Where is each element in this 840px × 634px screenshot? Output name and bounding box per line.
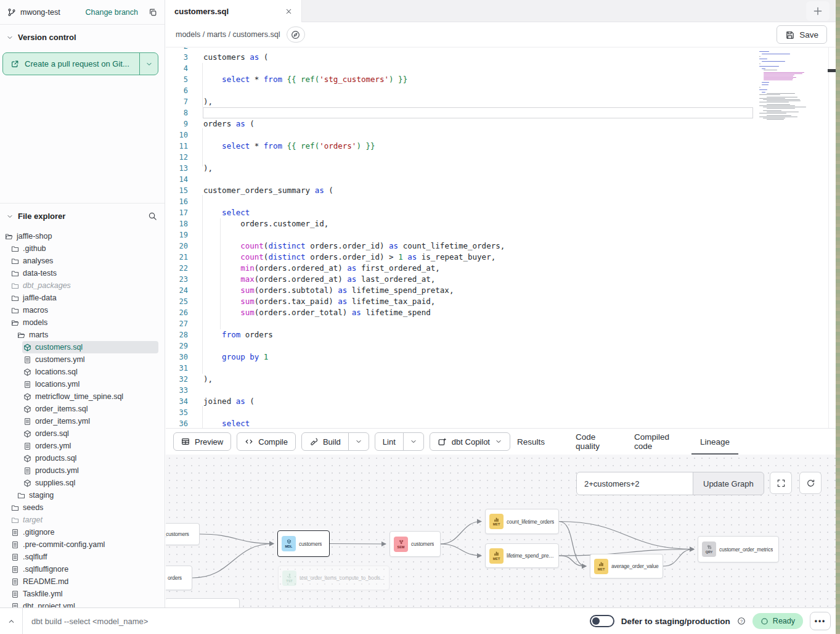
- tree-item-customers.sql[interactable]: customers.sql: [0, 341, 165, 353]
- code-editor[interactable]: 23customers as (45 select * from {{ ref(…: [166, 47, 836, 428]
- file-explorer-header[interactable]: File explorer: [0, 204, 165, 226]
- status-badge[interactable]: Ready: [752, 613, 803, 629]
- tree-item-.github[interactable]: .github: [0, 242, 165, 255]
- code-line: count(distinct orders.order_id) > 1 as i…: [203, 252, 495, 263]
- dbt-command-input[interactable]: [23, 617, 590, 626]
- ready-label: Ready: [773, 617, 795, 625]
- build-dropdown[interactable]: [348, 432, 369, 451]
- file-explorer-title: File explorer: [18, 212, 65, 221]
- dbt-copilot-button[interactable]: dbt Copilot: [430, 432, 510, 451]
- refresh-button[interactable]: [799, 472, 822, 494]
- lineage-node-count_lifetime_orders[interactable]: METcount_lifetime_orders: [485, 509, 559, 534]
- copy-icon[interactable]: [149, 8, 157, 17]
- tree-item-orders.sql[interactable]: orders.sql: [0, 427, 165, 440]
- tree-item-README.md[interactable]: README.md: [0, 575, 165, 588]
- lint-dropdown[interactable]: [403, 432, 424, 451]
- file-icon: [11, 541, 19, 549]
- tree-item-target[interactable]: target: [0, 514, 165, 526]
- tree-item-label: products.sql: [35, 452, 76, 464]
- tree-item-order_items.yml[interactable]: order_items.yml: [0, 415, 165, 427]
- lineage-node-label: customers: [299, 541, 322, 547]
- preview-button[interactable]: Preview: [173, 432, 231, 451]
- minimap[interactable]: [759, 50, 821, 121]
- tree-item-analyses[interactable]: analyses: [0, 255, 165, 267]
- qry-badge-icon: QRY: [702, 541, 716, 557]
- tab-customers-sql[interactable]: customers.sql: [166, 0, 302, 22]
- tree-item-label: data-tests: [23, 267, 57, 279]
- dbt-ide-app: mwong-test Change branch Version control…: [0, 0, 840, 634]
- lint-button[interactable]: Lint: [375, 432, 404, 451]
- tree-item-products.sql[interactable]: products.sql: [0, 452, 165, 464]
- status-bar-right: Defer to staging/production ? Ready •••: [590, 612, 836, 630]
- tree-item-locations.yml[interactable]: locations.yml: [0, 378, 165, 390]
- fullscreen-button[interactable]: [770, 472, 792, 494]
- tree-item-staging[interactable]: staging: [0, 489, 165, 501]
- tree-item-dbt_packages[interactable]: dbt_packages: [0, 279, 165, 292]
- tree-item-.sqlfluff[interactable]: .sqlfluff: [0, 551, 165, 563]
- compile-button[interactable]: Compile: [237, 432, 296, 451]
- help-icon[interactable]: ?: [737, 617, 746, 625]
- tree-item-seeds[interactable]: seeds: [0, 501, 165, 514]
- version-control-header[interactable]: Version control: [0, 25, 165, 47]
- search-icon[interactable]: [148, 212, 157, 221]
- lineage-selector-input[interactable]: [576, 472, 693, 495]
- tree-item-order_items.sql[interactable]: order_items.sql: [0, 403, 165, 415]
- tab-lineage[interactable]: Lineage: [699, 429, 731, 455]
- tree-item-models[interactable]: models: [0, 316, 165, 329]
- code-line: ),: [203, 96, 213, 107]
- docs-compass-button[interactable]: [287, 27, 305, 43]
- chevron-down-icon: [410, 438, 417, 445]
- close-icon[interactable]: [285, 7, 293, 15]
- tree-item-.sqlfluffignore[interactable]: .sqlfluffignore: [0, 563, 165, 575]
- tab-compiled-code[interactable]: Compiled code: [633, 429, 671, 455]
- create-pr-dropdown[interactable]: [139, 53, 158, 75]
- tree-item-label: seeds: [23, 501, 43, 514]
- tree-item-products.yml[interactable]: products.yml: [0, 464, 165, 477]
- tree-item-.gitignore[interactable]: .gitignore: [0, 526, 165, 538]
- more-options-button[interactable]: •••: [810, 612, 831, 630]
- model-icon: [23, 455, 31, 463]
- lineage-node-average_order_value[interactable]: METaverage_order_value: [590, 554, 663, 578]
- lint-button-group: Lint: [375, 432, 424, 451]
- file-icon: [11, 529, 19, 537]
- create-pr-button[interactable]: Create a pull request on Git...: [2, 52, 158, 75]
- tree-item-label: Taskfile.yml: [23, 588, 63, 600]
- tree-item-macros[interactable]: macros: [0, 304, 165, 316]
- tree-item-Taskfile.yml[interactable]: Taskfile.yml: [0, 588, 165, 600]
- tree-item-label: metricflow_time_spine.sql: [35, 390, 123, 403]
- tree-item-customers.yml[interactable]: customers.yml: [0, 353, 165, 366]
- update-graph-button[interactable]: Update Graph: [693, 472, 764, 495]
- lineage-node-customer_order_metrics[interactable]: QRYcustomer_order_metrics: [698, 536, 779, 562]
- tree-item-marts[interactable]: marts: [0, 329, 165, 341]
- code-line: ),: [203, 163, 213, 174]
- code-line: select * from {{ ref('orders') }}: [203, 141, 375, 152]
- tree-item-supplies.sql[interactable]: supplies.sql: [0, 477, 165, 489]
- tree-item-data-tests[interactable]: data-tests: [0, 267, 165, 279]
- lineage-node-customers[interactable]: MDLcustomers: [277, 530, 330, 557]
- lineage-node-orders[interactable]: MDLorders: [166, 566, 192, 590]
- new-tab-button[interactable]: [806, 1, 830, 21]
- editor-scrollbar[interactable]: [828, 47, 836, 428]
- save-button[interactable]: Save: [777, 25, 827, 44]
- tree-item-orders.yml[interactable]: orders.yml: [0, 440, 165, 452]
- tree-item-.pre-commit-config.yaml[interactable]: .pre-commit-config.yaml: [0, 538, 165, 551]
- folder-open-icon: [5, 233, 13, 241]
- file-icon: [11, 553, 19, 561]
- line-number: 11: [166, 141, 188, 152]
- expand-command-bar-button[interactable]: [0, 608, 23, 634]
- lineage-node-customers[interactable]: SEMcustomers: [389, 531, 441, 557]
- lineage-node-lifetime_spend_pretax[interactable]: METlifetime_spend_pretax: [485, 543, 559, 568]
- lineage-node-partial[interactable]: [166, 598, 240, 607]
- defer-toggle[interactable]: [590, 615, 614, 627]
- build-button[interactable]: Build: [301, 432, 349, 451]
- tree-item-jaffle-shop[interactable]: jaffle-shop: [0, 230, 165, 242]
- lineage-node-stg_customers[interactable]: MDLstg_customers: [166, 523, 200, 545]
- lineage-node-test_order_items_compute_to_bools...[interactable]: TSTtest_order_items_compute_to_bools...: [278, 566, 389, 590]
- tab-results[interactable]: Results: [516, 429, 546, 455]
- tree-item-locations.sql[interactable]: locations.sql: [0, 366, 165, 378]
- tab-code-quality[interactable]: Code quality: [574, 429, 605, 455]
- tree-item-dbt_project.yml[interactable]: dbt_project.yml: [0, 600, 165, 607]
- tree-item-metricflow_time_spine.sql[interactable]: metricflow_time_spine.sql: [0, 390, 165, 403]
- change-branch-link[interactable]: Change branch: [86, 8, 138, 17]
- tree-item-jaffle-data[interactable]: jaffle-data: [0, 292, 165, 304]
